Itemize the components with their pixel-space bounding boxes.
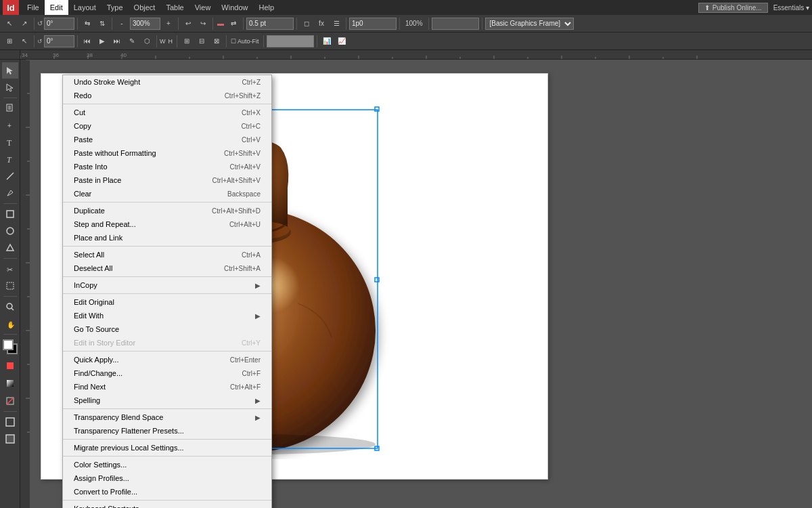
- menu-object[interactable]: Object: [129, 0, 161, 15]
- chart2-btn[interactable]: 📈: [335, 35, 348, 48]
- zoom-out-btn[interactable]: -: [115, 17, 129, 30]
- direct-select-btn[interactable]: ↗: [18, 17, 31, 30]
- menu-help[interactable]: Help: [253, 0, 279, 15]
- menu-edit-with[interactable]: Edit With ▶: [63, 309, 271, 322]
- frame-type-dropdown[interactable]: [Basic Graphics Frame]: [485, 18, 574, 30]
- menu-table[interactable]: Table: [160, 0, 189, 15]
- menu-clear[interactable]: Clear Backspace: [63, 187, 271, 200]
- publish-button[interactable]: ⬆ Publish Online...: [698, 3, 768, 13]
- swap-fill-stroke-btn[interactable]: ⇄: [227, 17, 240, 30]
- quick-apply-shortcut: Ctrl+Enter: [230, 356, 261, 364]
- menu-transparency-flattener[interactable]: Transparency Flattener Presets...: [63, 424, 271, 438]
- fill-color-input[interactable]: [267, 35, 314, 47]
- selection-tool[interactable]: [2, 62, 18, 79]
- menu-layout[interactable]: Layout: [68, 0, 102, 15]
- rotation-input[interactable]: [44, 18, 74, 30]
- menu-copy[interactable]: Copy Ctrl+C: [63, 119, 271, 133]
- menu-migrate-settings[interactable]: Migrate previous Local Settings...: [63, 441, 271, 454]
- menu-go-to-source[interactable]: Go To Source: [63, 322, 271, 336]
- line-tool[interactable]: [2, 168, 18, 184]
- menu-view[interactable]: View: [189, 0, 217, 15]
- essentials-button[interactable]: Essentials ▾: [773, 4, 809, 12]
- canvas-area[interactable]: Undo Stroke Weight Ctrl+Z Redo Ctrl+Shif…: [20, 60, 812, 508]
- stroke-weight-input[interactable]: [246, 18, 294, 30]
- rect-tool[interactable]: [2, 206, 18, 222]
- redo-btn[interactable]: ↪: [196, 17, 210, 30]
- menu-paste-into[interactable]: Paste Into Ctrl+Alt+V: [63, 160, 271, 173]
- skew-input[interactable]: [44, 35, 74, 47]
- menu-find-change[interactable]: Find/Change... Ctrl+F: [63, 366, 271, 380]
- apply-color-btn[interactable]: [2, 358, 18, 374]
- menu-edit[interactable]: Edit: [45, 0, 68, 15]
- hand-tool[interactable]: ✋: [2, 316, 18, 332]
- transform-tool-btn[interactable]: ⊞: [3, 35, 16, 48]
- align-left-btn[interactable]: ⊠: [210, 35, 223, 48]
- play-btn[interactable]: ▶: [95, 35, 109, 48]
- ellipse-tool[interactable]: [2, 223, 18, 239]
- direct-select-btn2[interactable]: ↖: [18, 35, 31, 48]
- free-transform-tool[interactable]: [2, 278, 18, 294]
- text-tool[interactable]: T: [2, 134, 18, 150]
- menu-window[interactable]: Window: [216, 0, 253, 15]
- text-path-tool[interactable]: T: [2, 151, 18, 167]
- menu-convert-profile[interactable]: Convert to Profile...: [63, 485, 271, 499]
- flip-v-btn[interactable]: ⇅: [95, 17, 109, 30]
- page-tool[interactable]: [2, 100, 18, 117]
- normal-view-btn[interactable]: [2, 414, 18, 430]
- flip-h-btn[interactable]: ⇆: [81, 17, 94, 30]
- menu-place-link[interactable]: Place and Link: [63, 231, 271, 245]
- grid-btn[interactable]: ⊞: [180, 35, 194, 48]
- menu-edit-original[interactable]: Edit Original: [63, 295, 271, 309]
- sep9: [399, 18, 400, 30]
- menu-file[interactable]: File: [22, 0, 45, 15]
- menu-step-repeat[interactable]: Step and Repeat... Ctrl+Alt+U: [63, 217, 271, 231]
- menu-duplicate[interactable]: Duplicate Ctrl+Alt+Shift+D: [63, 204, 271, 217]
- menu-find-next[interactable]: Find Next Ctrl+Alt+F: [63, 380, 271, 394]
- distribute-btn[interactable]: ⊟: [195, 35, 208, 48]
- undo-btn[interactable]: ↩: [181, 17, 195, 30]
- edit-with-arrow: ▶: [255, 312, 261, 320]
- svg-rect-36: [7, 282, 14, 289]
- paste-label: Paste: [74, 135, 93, 144]
- menu-paste-no-format[interactable]: Paste without Formatting Ctrl+Shift+V: [63, 146, 271, 160]
- gap-tool[interactable]: +: [2, 117, 18, 133]
- style-input[interactable]: [432, 18, 479, 30]
- menu-edit-story-editor[interactable]: Edit in Story Editor Ctrl+Y: [63, 336, 271, 350]
- menu-color-settings[interactable]: Color Settings...: [63, 458, 271, 471]
- direct-selection-tool[interactable]: [2, 79, 18, 96]
- menu-assign-profiles[interactable]: Assign Profiles...: [63, 471, 271, 485]
- polygon-tool[interactable]: [2, 240, 18, 256]
- menu-select-all[interactable]: Select All Ctrl+A: [63, 248, 271, 261]
- zoom-in-btn[interactable]: +: [162, 17, 175, 30]
- preview-mode-btn[interactable]: [2, 431, 18, 447]
- menu-transparency-blend-space[interactable]: Transparency Blend Space ▶: [63, 410, 271, 424]
- chart-btn[interactable]: 📊: [320, 35, 334, 48]
- scissors-tool[interactable]: ✂: [2, 261, 18, 277]
- menu-keyboard-shortcuts[interactable]: Keyboard Shortcuts...: [63, 502, 271, 508]
- select-tool-btn[interactable]: ↖: [3, 17, 16, 30]
- menu-paste[interactable]: Paste Ctrl+V: [63, 133, 271, 146]
- zoom-input[interactable]: [130, 18, 160, 30]
- play-prev-btn[interactable]: ⏮: [81, 35, 94, 48]
- menu-spelling[interactable]: Spelling ▶: [63, 394, 271, 407]
- play-next-btn[interactable]: ⏭: [110, 35, 124, 48]
- menu-redo[interactable]: Redo Ctrl+Shift+Z: [63, 89, 271, 102]
- link-btn[interactable]: ⬡: [140, 35, 154, 48]
- apply-none-btn[interactable]: [2, 393, 18, 409]
- menu-incopy[interactable]: InCopy ▶: [63, 278, 271, 292]
- menu-paste-in-place[interactable]: Paste in Place Ctrl+Alt+Shift+V: [63, 173, 271, 187]
- align-btn[interactable]: ☰: [330, 17, 343, 30]
- corner-options-btn[interactable]: ◻: [300, 17, 313, 30]
- zoom-tool[interactable]: [2, 299, 18, 315]
- menu-cut[interactable]: Cut Ctrl+X: [63, 106, 271, 119]
- fill-color-box[interactable]: [3, 339, 14, 350]
- effects-btn[interactable]: fx: [315, 17, 328, 30]
- menu-type[interactable]: Type: [102, 0, 129, 15]
- menu-quick-apply[interactable]: Quick Apply... Ctrl+Enter: [63, 353, 271, 366]
- edit-frame-btn[interactable]: ✎: [125, 35, 139, 48]
- pen-tool[interactable]: [2, 185, 18, 201]
- apply-gradient-btn[interactable]: [2, 375, 18, 391]
- menu-undo[interactable]: Undo Stroke Weight Ctrl+Z: [63, 75, 271, 89]
- x-position-input[interactable]: [349, 18, 397, 30]
- menu-deselect-all[interactable]: Deselect All Ctrl+Shift+A: [63, 261, 271, 275]
